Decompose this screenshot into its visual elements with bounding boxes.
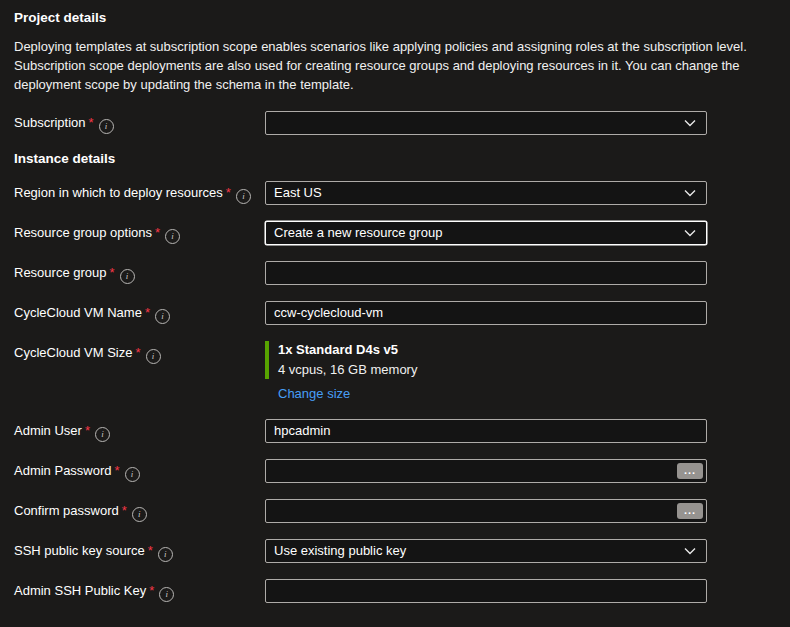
vm-name-input[interactable]	[265, 301, 707, 325]
required-asterisk: *	[115, 463, 120, 478]
info-icon[interactable]: i	[120, 269, 135, 284]
admin-ssh-public-key-label: Admin SSH Public Key*i	[14, 579, 265, 602]
required-asterisk: *	[89, 115, 94, 130]
required-asterisk: *	[148, 543, 153, 558]
scope-description-text: Deploying templates at subscription scop…	[14, 38, 768, 95]
subscription-dropdown[interactable]	[265, 111, 707, 135]
field-row-vm-size: CycleCloud VM Size*i 1x Standard D4s v5 …	[14, 341, 776, 401]
info-icon[interactable]: i	[125, 467, 140, 482]
confirm-password-input[interactable]	[265, 499, 707, 523]
required-asterisk: *	[226, 185, 231, 200]
vm-size-label: CycleCloud VM Size*i	[14, 341, 265, 364]
ssh-key-source-dropdown[interactable]: Use existing public key	[265, 539, 707, 563]
admin-password-label: Admin Password*i	[14, 459, 265, 482]
info-icon[interactable]: i	[99, 119, 114, 134]
resource-group-input[interactable]	[265, 261, 707, 285]
admin-ssh-public-key-input[interactable]	[265, 579, 707, 603]
admin-user-input[interactable]	[265, 419, 707, 443]
project-details-heading: Project details	[14, 10, 776, 25]
chevron-down-icon	[683, 546, 697, 556]
required-asterisk: *	[110, 265, 115, 280]
resource-group-options-label: Resource group options*i	[14, 221, 265, 244]
required-asterisk: *	[155, 225, 160, 240]
field-label-text: Resource group options	[14, 225, 152, 240]
info-icon[interactable]: i	[146, 349, 161, 364]
instance-details-heading: Instance details	[14, 151, 776, 166]
dropdown-selected-value: Create a new resource group	[274, 225, 442, 240]
vm-size-specs: 4 vcpus, 16 GB memory	[278, 362, 707, 377]
field-label-text: Confirm password	[14, 503, 119, 518]
field-row-admin-user: Admin User*i	[14, 419, 776, 443]
chevron-down-icon	[683, 188, 697, 198]
chevron-down-icon	[683, 118, 697, 128]
resource-group-options-dropdown[interactable]: Create a new resource group	[265, 221, 707, 245]
field-label-text: CycleCloud VM Size	[14, 345, 133, 360]
required-asterisk: *	[122, 503, 127, 518]
field-label-text: Resource group	[14, 265, 107, 280]
dropdown-selected-value: East US	[274, 185, 322, 200]
info-icon[interactable]: i	[236, 189, 251, 204]
field-row-confirm-password: Confirm password*i ...	[14, 499, 776, 523]
field-row-ssh-key-source: SSH public key source*i Use existing pub…	[14, 539, 776, 563]
field-row-admin-ssh-public-key: Admin SSH Public Key*i	[14, 579, 776, 603]
ssh-key-source-label: SSH public key source*i	[14, 539, 265, 562]
password-ellipsis-icon[interactable]: ...	[677, 503, 703, 519]
password-ellipsis-icon[interactable]: ...	[677, 463, 703, 479]
admin-user-label: Admin User*i	[14, 419, 265, 442]
confirm-password-label: Confirm password*i	[14, 499, 265, 522]
vm-name-label: CycleCloud VM Name*i	[14, 301, 265, 324]
field-label-text: Admin SSH Public Key	[14, 583, 146, 598]
field-row-resource-group-options: Resource group options*i Create a new re…	[14, 221, 776, 245]
vm-size-title: 1x Standard D4s v5	[278, 342, 707, 357]
resource-group-label: Resource group*i	[14, 261, 265, 284]
field-label-text: CycleCloud VM Name	[14, 305, 142, 320]
field-label-text: Subscription	[14, 115, 86, 130]
field-label-text: Admin Password	[14, 463, 112, 478]
info-icon[interactable]: i	[158, 547, 173, 562]
region-dropdown[interactable]: East US	[265, 181, 707, 205]
field-row-resource-group: Resource group*i	[14, 261, 776, 285]
required-asterisk: *	[85, 423, 90, 438]
info-icon[interactable]: i	[95, 427, 110, 442]
field-row-region: Region in which to deploy resources*i Ea…	[14, 181, 776, 205]
field-label-text: SSH public key source	[14, 543, 145, 558]
field-label-text: Region in which to deploy resources	[14, 185, 223, 200]
subscription-label: Subscription*i	[14, 111, 265, 134]
change-size-link[interactable]: Change size	[278, 386, 350, 401]
info-icon[interactable]: i	[165, 229, 180, 244]
required-asterisk: *	[136, 345, 141, 360]
admin-password-input[interactable]	[265, 459, 707, 483]
info-icon[interactable]: i	[159, 587, 174, 602]
info-icon[interactable]: i	[155, 309, 170, 324]
field-row-subscription: Subscription*i	[14, 111, 776, 135]
vm-size-display: 1x Standard D4s v5 4 vcpus, 16 GB memory	[265, 341, 707, 379]
field-label-text: Admin User	[14, 423, 82, 438]
field-row-vm-name: CycleCloud VM Name*i	[14, 301, 776, 325]
region-label: Region in which to deploy resources*i	[14, 181, 265, 204]
deployment-form: Project details Deploying templates at s…	[0, 0, 790, 603]
field-row-admin-password: Admin Password*i ...	[14, 459, 776, 483]
chevron-down-icon	[683, 228, 697, 238]
required-asterisk: *	[145, 305, 150, 320]
dropdown-selected-value: Use existing public key	[274, 543, 406, 558]
required-asterisk: *	[149, 583, 154, 598]
info-icon[interactable]: i	[132, 507, 147, 522]
